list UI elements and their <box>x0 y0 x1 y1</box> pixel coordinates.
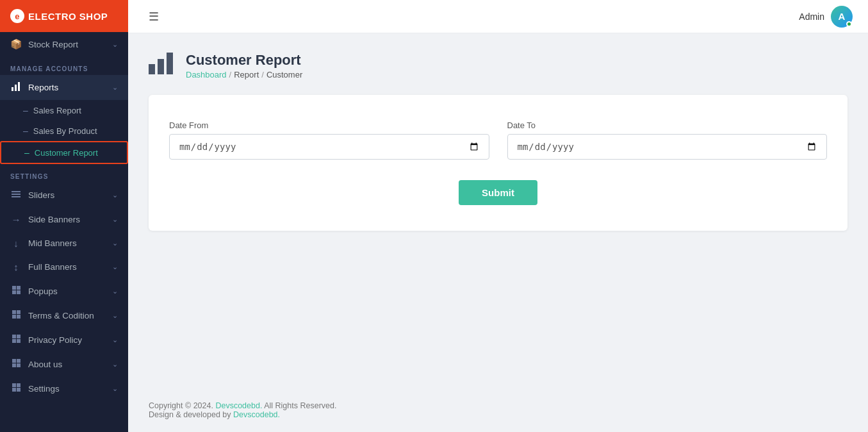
full-banners-icon: ↕ <box>10 262 22 272</box>
about-label: About us <box>28 360 62 369</box>
svg-rect-7 <box>17 286 20 290</box>
sidebar-item-popups[interactable]: Popups ⌄ <box>0 279 128 303</box>
submit-button[interactable]: Submit <box>459 180 537 205</box>
sidebar-reports-label: Reports <box>28 83 58 92</box>
sidebar-item-about[interactable]: About us ⌄ <box>0 352 128 376</box>
chevron-down-icon: ⌄ <box>112 40 118 49</box>
sidebar-sub-customer-report[interactable]: – Customer Report <box>0 141 128 164</box>
svg-rect-22 <box>12 383 16 387</box>
sidebar-item-settings[interactable]: Settings ⌄ <box>0 376 128 401</box>
svg-rect-2 <box>18 82 20 91</box>
svg-rect-8 <box>12 290 16 294</box>
svg-rect-19 <box>17 359 20 363</box>
svg-rect-9 <box>17 290 20 294</box>
svg-rect-6 <box>12 286 16 290</box>
logo-e: e <box>10 9 24 23</box>
mid-banners-icon: ↓ <box>10 238 22 249</box>
sidebar-section-manage: MANAGE ACCOUNTS <box>0 56 128 75</box>
sidebar-item-privacy[interactable]: Privacy Policy ⌄ <box>0 328 128 352</box>
sidebar-item-full-banners[interactable]: ↕ Full Banners ⌄ <box>0 255 128 279</box>
terms-label: Terms & Codition <box>28 311 94 320</box>
breadcrumb-dashboard[interactable]: Dashboard <box>186 70 227 79</box>
svg-rect-3 <box>12 191 20 192</box>
chevron-down-icon: ⌄ <box>112 385 118 393</box>
svg-rect-0 <box>12 87 13 91</box>
sidebar-logo[interactable]: e ELECTRO SHOP <box>0 0 128 32</box>
svg-rect-1 <box>15 85 17 91</box>
side-banners-icon: → <box>10 214 22 225</box>
admin-name: Admin <box>799 12 824 22</box>
sidebar-sub-label: Sales Report <box>33 106 81 115</box>
chevron-down-icon: ⌄ <box>112 287 118 295</box>
svg-rect-11 <box>17 310 20 314</box>
date-to-input[interactable] <box>507 134 828 160</box>
svg-rect-10 <box>12 310 16 314</box>
chevron-down-icon: ⌄ <box>112 336 118 344</box>
sidebar-sub-sales-report[interactable]: – Sales Report <box>0 100 128 120</box>
sidebar-item-terms[interactable]: Terms & Codition ⌄ <box>0 303 128 328</box>
sidebar-item-stock-report[interactable]: 📦 Stock Report ⌄ <box>0 32 128 56</box>
svg-rect-23 <box>17 383 20 387</box>
date-from-group: Date From <box>169 120 489 160</box>
terms-icon <box>10 310 22 321</box>
svg-rect-12 <box>12 315 16 319</box>
avatar[interactable]: A <box>831 6 853 28</box>
page-title-icon <box>149 51 174 79</box>
footer-brand-link[interactable]: Devscodebd. <box>215 401 262 410</box>
sliders-icon <box>10 189 22 201</box>
svg-rect-26 <box>149 64 155 74</box>
side-banners-label: Side Banners <box>28 215 80 224</box>
sub-dash-icon: – <box>23 105 28 115</box>
svg-rect-18 <box>12 359 16 363</box>
sidebar-item-reports[interactable]: Reports ⌄ <box>0 75 128 100</box>
breadcrumb-sep1: / <box>229 70 232 79</box>
svg-rect-24 <box>12 388 16 392</box>
date-to-group: Date To <box>507 120 828 160</box>
chevron-down-icon: ⌄ <box>112 215 118 224</box>
page-title-block: Customer Report Dashboard / Report / Cus… <box>186 52 302 79</box>
form-card: Date From Date To Submit <box>149 95 848 231</box>
footer-brand2-link[interactable]: Devscodebd. <box>233 410 280 419</box>
date-range-row: Date From Date To <box>169 120 827 160</box>
privacy-icon <box>10 334 22 345</box>
svg-rect-13 <box>17 315 20 319</box>
settings-label: Settings <box>28 384 60 394</box>
sidebar: e ELECTRO SHOP 📦 Stock Report ⌄ MANAGE A… <box>0 0 128 432</box>
stock-report-icon: 📦 <box>10 38 22 50</box>
sidebar-sub-label: Customer Report <box>35 148 98 158</box>
main-content: ☰ Admin A Customer Report Dashboar <box>128 0 868 432</box>
svg-rect-21 <box>17 363 20 367</box>
chevron-down-icon: ⌄ <box>112 263 118 271</box>
svg-rect-25 <box>17 388 20 392</box>
breadcrumb-current: Customer <box>266 70 302 79</box>
sub-dash-icon: – <box>23 126 28 136</box>
chevron-down-icon: ⌄ <box>112 191 118 199</box>
chevron-down-icon: ⌄ <box>112 360 118 369</box>
form-actions: Submit <box>169 180 827 205</box>
svg-rect-15 <box>17 335 20 338</box>
breadcrumb-sep2: / <box>261 70 264 79</box>
date-from-input[interactable] <box>169 134 489 160</box>
footer-design-text: Design & developed by <box>149 410 231 419</box>
sidebar-item-side-banners[interactable]: → Side Banners ⌄ <box>0 208 128 231</box>
settings-icon <box>10 383 22 394</box>
breadcrumb-report: Report <box>234 70 259 79</box>
svg-rect-5 <box>12 196 20 197</box>
avatar-online-dot <box>846 21 852 27</box>
sidebar-sub-label: Sales By Product <box>33 126 97 136</box>
popups-label: Popups <box>28 287 58 296</box>
hamburger-button[interactable]: ☰ <box>143 7 164 26</box>
svg-rect-16 <box>12 339 16 343</box>
page-header: Customer Report Dashboard / Report / Cus… <box>149 51 848 79</box>
full-banners-label: Full Banners <box>28 262 77 272</box>
page-content: Customer Report Dashboard / Report / Cus… <box>128 33 868 388</box>
svg-rect-17 <box>17 339 20 343</box>
sidebar-item-mid-banners[interactable]: ↓ Mid Banners ⌄ <box>0 231 128 255</box>
sidebar-sub-sales-by-product[interactable]: – Sales By Product <box>0 120 128 141</box>
sidebar-item-sliders[interactable]: Sliders ⌄ <box>0 183 128 208</box>
svg-rect-4 <box>12 194 20 195</box>
mid-banners-label: Mid Banners <box>28 238 77 248</box>
date-to-label: Date To <box>507 120 828 130</box>
logo-brand: ELECTRO SHOP <box>28 11 108 22</box>
about-icon <box>10 358 22 370</box>
